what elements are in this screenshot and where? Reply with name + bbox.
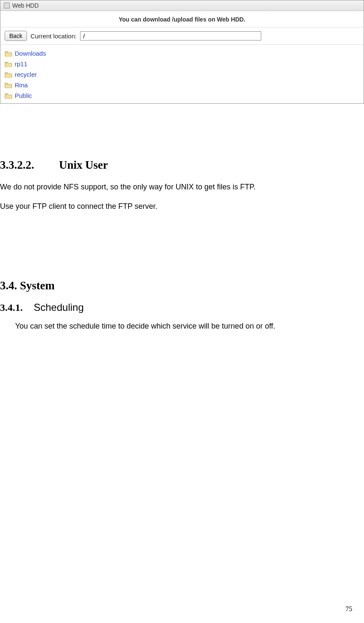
webhdd-titlebar: Web HDD — [0, 0, 364, 11]
heading-scheduling: 3.4.1.Scheduling — [0, 302, 364, 313]
folder-icon — [5, 93, 12, 99]
document-content: 3.3.2.2.Unix User We do not provide NFS … — [0, 159, 364, 331]
heading-system: 3.4. System — [0, 279, 364, 292]
heading-number: 3.3.2.2. — [0, 159, 59, 172]
folder-icon — [5, 82, 12, 88]
webhdd-panel: Web HDD You can download /upload files o… — [0, 0, 364, 104]
heading-unix-user: 3.3.2.2.Unix User — [0, 159, 364, 172]
location-input[interactable] — [80, 31, 261, 40]
folder-icon — [5, 72, 12, 78]
location-label: Current location: — [30, 32, 77, 40]
page-number: 75 — [345, 605, 352, 613]
list-item[interactable]: recycler — [5, 69, 359, 80]
back-button[interactable]: Back — [5, 31, 27, 41]
heading-title: Scheduling — [34, 302, 84, 313]
list-item[interactable]: Public — [5, 90, 359, 101]
file-name: Public — [15, 92, 32, 99]
webhdd-toolbar: Back Current location: — [0, 27, 364, 45]
file-name: rp11 — [15, 60, 27, 67]
webhdd-info: You can download /upload files on Web HD… — [0, 11, 364, 27]
list-item[interactable]: Rina — [5, 80, 359, 90]
list-item[interactable]: Downloads — [5, 48, 359, 59]
paragraph: We do not provide NFS support, so the on… — [0, 182, 364, 192]
heading-number: 3.4.1. — [0, 302, 34, 313]
list-item[interactable]: rp11 — [5, 59, 359, 69]
file-name: Downloads — [15, 50, 46, 57]
file-name: Rina — [15, 81, 28, 89]
file-list: Downloads rp11 recycler Rina Public — [0, 45, 364, 103]
window-title: Web HDD — [12, 2, 39, 9]
file-name: recycler — [15, 71, 37, 78]
folder-icon — [5, 61, 12, 67]
heading-title: Unix User — [59, 159, 108, 171]
folder-icon — [5, 51, 12, 57]
paragraph: Use your FTP client to connect the FTP s… — [0, 201, 364, 211]
paragraph: You can set the schedule time to decide … — [15, 321, 364, 331]
window-icon — [4, 3, 10, 8]
